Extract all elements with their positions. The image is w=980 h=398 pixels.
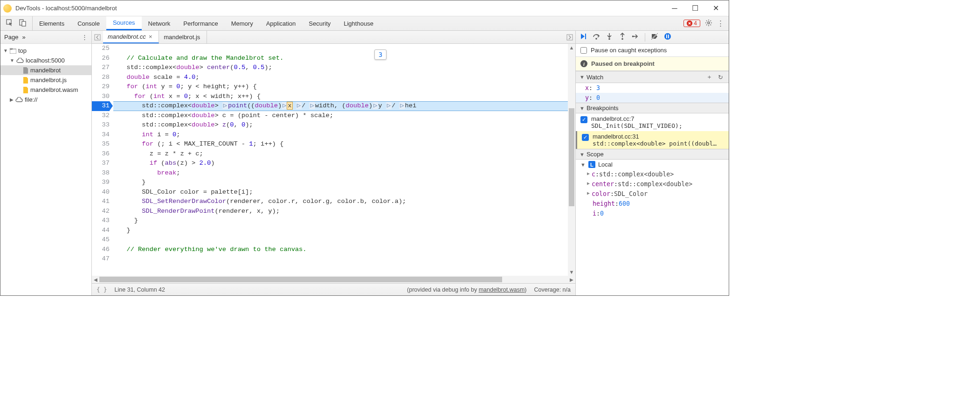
tree-item[interactable]: mandelbrot.js (0, 75, 91, 85)
gutter-line[interactable]: 27 (92, 63, 110, 73)
code-line[interactable]: for (int y = 0; y < height; y++) { (113, 82, 575, 92)
step-over-icon[interactable] (593, 33, 600, 42)
inspect-element-icon[interactable] (6, 19, 14, 28)
gutter-line[interactable]: 43 (92, 216, 110, 226)
gutter-line[interactable]: 44 (92, 226, 110, 236)
watch-item[interactable]: y: 0 (576, 93, 729, 103)
tree-item[interactable]: mandelbrot (0, 65, 91, 75)
scope-variable[interactable]: i: 0 (576, 209, 729, 218)
code-line[interactable]: z = z * z + c; (113, 149, 575, 159)
code-line[interactable]: for (int x = 0; x < width; x++) { (113, 92, 575, 102)
maximize-button[interactable]: ☐ (685, 0, 705, 16)
kebab-menu-icon[interactable]: ⋮ (717, 19, 724, 28)
breakpoint-item[interactable]: ✓mandelbrot.cc:7SDL_Init(SDL_INIT_VIDEO)… (576, 113, 729, 131)
code-line[interactable]: SDL_RenderDrawPoint(renderer, x, y); (113, 207, 575, 216)
gutter-line[interactable]: 37 (92, 159, 110, 168)
scope-variable[interactable]: height: 600 (576, 199, 729, 209)
watch-item[interactable]: x: 3 (576, 83, 729, 93)
settings-gear-icon[interactable] (705, 19, 712, 28)
gutter-line[interactable]: 33 (92, 120, 110, 130)
gutter-line[interactable]: 45 (92, 235, 110, 245)
tree-item[interactable]: ▼localhost:5000 (0, 56, 91, 65)
code-line[interactable]: break; (113, 168, 575, 178)
code-line[interactable]: } (113, 226, 575, 236)
sidebar-menu-icon[interactable]: ⋮ (82, 34, 88, 41)
code-line[interactable]: // Calculate and draw the Mandelbrot set… (113, 54, 575, 63)
breakpoints-section-header[interactable]: ▼ Breakpoints (576, 103, 729, 113)
pause-exceptions-icon[interactable] (664, 33, 671, 42)
gutter-line[interactable]: 34 (92, 130, 110, 140)
tree-item[interactable]: mandelbrot.wasm (0, 85, 91, 95)
scope-section-header[interactable]: ▼ Scope (576, 149, 729, 160)
code-line[interactable] (113, 235, 575, 245)
gutter-line[interactable]: 41 (92, 197, 110, 207)
sidebar-label[interactable]: Page (4, 34, 18, 41)
nav-fwd-icon[interactable] (564, 31, 575, 43)
gutter-line[interactable]: 29 (92, 82, 110, 92)
scope-variable[interactable]: ▶center: std::complex<double> (576, 179, 729, 189)
gutter-line[interactable]: 31 (92, 101, 110, 111)
resume-icon[interactable] (580, 33, 587, 42)
gutter-line[interactable]: 36 (92, 149, 110, 159)
code-line[interactable]: } (113, 216, 575, 226)
scope-variable[interactable]: ▶c: std::complex<double> (576, 169, 729, 179)
tree-item[interactable]: ▼top (0, 46, 91, 56)
gutter-line[interactable]: 47 (92, 254, 110, 264)
add-watch-icon[interactable]: ＋ (704, 73, 714, 81)
gutter-line[interactable]: 42 (92, 207, 110, 216)
step-out-icon[interactable] (619, 33, 626, 42)
file-tab[interactable]: mandelbrot.js (159, 31, 207, 43)
horizontal-scrollbar[interactable]: ◄ ► (92, 276, 575, 283)
gutter-line[interactable]: 39 (92, 178, 110, 188)
close-tab-icon[interactable]: × (149, 33, 152, 40)
code-line[interactable]: SDL_SetRenderDrawColor(renderer, color.r… (113, 197, 575, 207)
tab-lighthouse[interactable]: Lighthouse (337, 16, 380, 30)
pretty-print-icon[interactable]: { } (97, 286, 107, 293)
file-tab[interactable]: mandelbrot.cc× (103, 31, 159, 43)
vertical-scrollbar[interactable]: ▲ ▼ (568, 44, 575, 276)
breakpoint-checkbox[interactable]: ✓ (580, 116, 587, 123)
pause-caught-checkbox[interactable] (580, 47, 587, 54)
code-line[interactable]: double scale = 4.0; (113, 73, 575, 83)
tab-performance[interactable]: Performance (177, 16, 224, 30)
code-line[interactable]: if (abs(z) > 2.0) (113, 159, 575, 168)
debug-info-link[interactable]: mandelbrot.wasm (479, 286, 525, 293)
pause-caught-row[interactable]: Pause on caught exceptions (576, 44, 729, 57)
device-toolbar-icon[interactable] (19, 19, 27, 28)
code-editor[interactable]: 2526272829303132333435363738394041424344… (92, 44, 575, 276)
gutter-line[interactable]: 32 (92, 111, 110, 121)
gutter-line[interactable]: 38 (92, 168, 110, 178)
gutter-line[interactable]: 35 (92, 140, 110, 149)
step-icon[interactable] (632, 33, 639, 42)
deactivate-breakpoints-icon[interactable] (651, 33, 658, 42)
code-line[interactable] (113, 44, 575, 54)
minimize-button[interactable]: ─ (664, 0, 685, 16)
nav-back-icon[interactable] (92, 31, 103, 43)
close-window-button[interactable]: ✕ (705, 0, 726, 16)
tab-network[interactable]: Network (142, 16, 177, 30)
tab-sources[interactable]: Sources (106, 16, 142, 30)
gutter-line[interactable]: 26 (92, 54, 110, 63)
code-line[interactable]: int i = 0; (113, 130, 575, 140)
code-line[interactable]: std::complex<double> ▷point((double)▷x ▷… (113, 101, 575, 111)
tree-item[interactable]: ▶file:// (0, 95, 91, 105)
tab-security[interactable]: Security (302, 16, 337, 30)
breakpoint-checkbox[interactable]: ✓ (582, 134, 589, 141)
code-line[interactable]: std::complex<double> z(0, 0); (113, 120, 575, 130)
code-line[interactable]: std::complex<double> c = (point - center… (113, 111, 575, 121)
code-line[interactable]: std::complex<double> center(0.5, 0.5); (113, 63, 575, 73)
code-line[interactable]: for (; i < MAX_ITER_COUNT - 1; i++) { (113, 140, 575, 149)
code-line[interactable]: } (113, 178, 575, 188)
scope-variable[interactable]: ▶color: SDL_Color (576, 189, 729, 199)
code-line[interactable] (113, 254, 575, 264)
scope-local-row[interactable]: ▼ L Local (576, 160, 729, 169)
refresh-watch-icon[interactable]: ↻ (716, 74, 725, 81)
error-count-badge[interactable]: 4 (683, 20, 700, 27)
tab-elements[interactable]: Elements (33, 16, 71, 30)
tab-memory[interactable]: Memory (225, 16, 260, 30)
gutter-line[interactable]: 40 (92, 188, 110, 197)
gutter-line[interactable]: 25 (92, 44, 110, 54)
code-line[interactable]: // Render everything we've drawn to the … (113, 245, 575, 255)
tab-console[interactable]: Console (71, 16, 106, 30)
gutter-line[interactable]: 28 (92, 73, 110, 83)
